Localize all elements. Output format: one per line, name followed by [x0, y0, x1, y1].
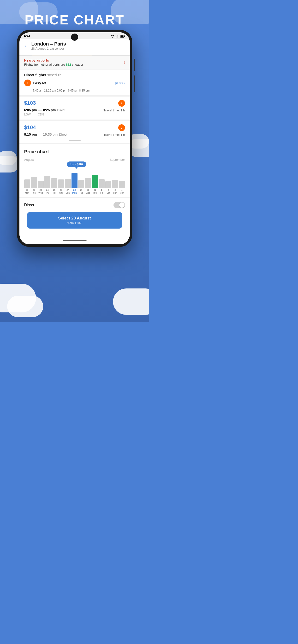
- bar-29: [78, 180, 84, 188]
- bar-col-4[interactable]: [119, 181, 125, 188]
- bar-2: [105, 181, 111, 188]
- month-divider: [98, 168, 98, 189]
- flight-type-2: Direct: [59, 133, 67, 136]
- home-bar: [63, 240, 87, 241]
- svg-rect-4: [118, 35, 119, 38]
- bar-26: [58, 180, 64, 188]
- day-label-23: 23Wed: [38, 189, 44, 194]
- status-bar: 6:41: [20, 32, 130, 39]
- day-label-30: 30Wed: [85, 189, 91, 194]
- battery-icon: [120, 35, 125, 38]
- bar-4: [119, 181, 125, 188]
- status-icons: [111, 35, 125, 38]
- travel-time-1: Travel time: 1 h: [103, 108, 125, 112]
- bar-col-27[interactable]: [65, 179, 71, 188]
- chart-area[interactable]: from $102 21Mon22Tue23Wed24Thu25Fri26Sat…: [24, 169, 125, 197]
- app-header: ← London – Paris 28 August, 1 passenger: [20, 39, 130, 56]
- bar-col-26[interactable]: [58, 180, 64, 188]
- day-label-4: 4Mon: [119, 189, 125, 194]
- airline-logo-right-2: e: [118, 124, 125, 131]
- bar-col-24[interactable]: [44, 176, 50, 188]
- bar-col-25[interactable]: [51, 178, 57, 188]
- bar-23: [38, 181, 44, 188]
- signal-icon: [115, 35, 119, 38]
- bar-col-1[interactable]: [99, 179, 105, 188]
- nearby-price: $32: [66, 63, 71, 66]
- bar-col-28[interactable]: [72, 173, 77, 188]
- nearby-title: Nearby airports: [24, 58, 83, 62]
- volume-button: [134, 76, 135, 92]
- back-button[interactable]: ←: [24, 43, 29, 49]
- bar-col-3[interactable]: [112, 180, 118, 188]
- status-time: 6:41: [24, 34, 31, 38]
- day-label-28: 28Mon: [72, 189, 77, 194]
- bar-31: [92, 175, 98, 188]
- bar-col-22[interactable]: [31, 177, 37, 188]
- price-chart-title: Price chart: [24, 149, 125, 154]
- day-label-2: 2Sat: [105, 189, 111, 194]
- bar-col-30[interactable]: [85, 178, 91, 188]
- flight-card-1[interactable]: $103 6:05 pm — 8:25 pm Direct LGW CDG: [20, 95, 130, 120]
- airline-logo: e: [24, 80, 31, 86]
- svg-rect-3: [117, 35, 118, 38]
- home-indicator: [20, 237, 130, 244]
- bar-col-29[interactable]: [78, 180, 84, 188]
- from-airport-1: LGW: [24, 113, 31, 116]
- toggle-knob: [119, 202, 124, 208]
- day-label-24: 24Thu: [44, 189, 50, 194]
- route-subtitle: 28 August, 1 passenger: [32, 47, 66, 50]
- phone-frame: 6:41: [17, 30, 132, 247]
- price-tooltip: from $102: [67, 162, 86, 167]
- day-label-1: 1Fri: [99, 189, 105, 194]
- arrive-time-1: 8:25 pm: [43, 108, 56, 112]
- camera-notch: [71, 34, 78, 41]
- cloud-bottom-right: [113, 288, 149, 315]
- flight-price-1: $103: [24, 100, 66, 106]
- airline-name: EasyJet: [33, 81, 47, 85]
- dash-2: —: [38, 132, 42, 136]
- select-button[interactable]: Select 28 August from $102: [27, 212, 122, 228]
- travel-time-2: Travel time: 1 h: [103, 133, 125, 136]
- bar-1: [99, 179, 105, 188]
- bar-col-2[interactable]: [105, 181, 111, 188]
- direct-toggle[interactable]: [113, 202, 125, 208]
- svg-rect-2: [117, 36, 117, 38]
- nearby-airports-banner[interactable]: Nearby airports Flights from other airpo…: [20, 56, 130, 70]
- flight-card-2[interactable]: $104 8:15 pm — 10:35 pm Direct e Travel …: [20, 120, 130, 138]
- bar-25: [51, 178, 57, 188]
- chevron-icon: ›: [123, 81, 125, 85]
- day-label-27: 27Sun: [65, 189, 71, 194]
- phone-screen: 6:41: [20, 32, 130, 244]
- nearby-text: Flights from other airports are $32 chea…: [24, 63, 83, 66]
- day-label-3: 3Sun: [112, 189, 118, 194]
- month-left: August: [24, 158, 34, 162]
- day-label-26: 26Sat: [58, 189, 64, 194]
- bar-col-23[interactable]: [38, 181, 44, 188]
- dash-1: —: [38, 108, 42, 112]
- direct-toggle-row: Direct: [20, 197, 130, 212]
- bar-27: [65, 179, 71, 188]
- airline-row[interactable]: e EasyJet $103 ›: [24, 77, 125, 88]
- chart-months: August September: [24, 158, 125, 162]
- hero-title: PRICE CHART: [0, 12, 149, 28]
- cloud-bottom-left2: [7, 296, 43, 317]
- day-label-31: 31Thu: [92, 189, 98, 194]
- info-icon: !: [123, 60, 125, 65]
- airline-price: $103: [115, 81, 123, 85]
- select-btn-subtitle: from $102: [32, 221, 117, 225]
- arrive-time-2: 10:35 pm: [43, 132, 58, 136]
- bar-col-21[interactable]: [24, 180, 30, 188]
- header-tab-underline: [32, 54, 92, 55]
- route-title: London – Paris: [32, 41, 66, 47]
- depart-time-2: 8:15 pm: [24, 132, 37, 136]
- depart-time-1: 6:05 pm: [24, 108, 37, 112]
- svg-rect-6: [124, 36, 125, 37]
- day-label-21: 21Mon: [24, 189, 30, 194]
- to-airport-1: CDG: [38, 113, 44, 116]
- chart-labels: 21Mon22Tue23Wed24Thu25Fri26Sat27Sun28Mon…: [24, 189, 125, 194]
- day-label-22: 22Tue: [31, 189, 37, 194]
- section-subtitle: schedule: [47, 73, 62, 77]
- bar-col-31[interactable]: [92, 175, 98, 188]
- wifi-icon: [111, 35, 114, 38]
- flight-price-2: $104: [24, 124, 67, 130]
